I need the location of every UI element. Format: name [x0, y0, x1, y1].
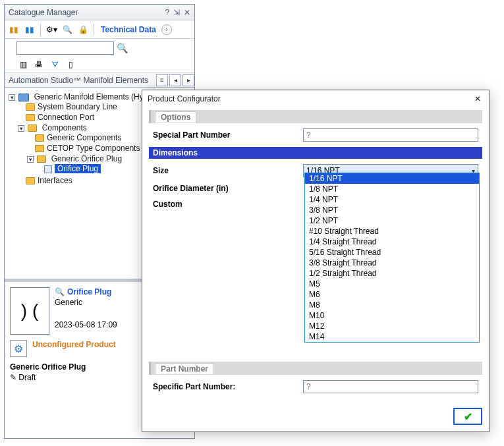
- folder-icon: [18, 94, 29, 101]
- size-option[interactable]: M10: [305, 310, 479, 321]
- size-option[interactable]: 1/8 NPT: [305, 184, 479, 194]
- next-tab-icon[interactable]: ▸: [182, 74, 194, 86]
- size-option[interactable]: M5: [305, 279, 479, 289]
- size-option[interactable]: M8: [305, 300, 479, 310]
- list-view-icon[interactable]: ≡: [156, 74, 168, 86]
- size-option[interactable]: 1/4 Straight Thread: [305, 237, 479, 247]
- size-dropdown-list[interactable]: 1/16 NPT1/8 NPT1/4 NPT3/8 NPT1/2 NPT#10 …: [304, 173, 480, 343]
- tree-label: Generic Orifice Plug: [51, 154, 122, 163]
- specific-part-input[interactable]: [303, 380, 478, 393]
- component-icon: [44, 165, 52, 173]
- twist-icon[interactable]: [9, 94, 15, 101]
- catalogue-toolbar-1: ▮▮ ▮▮ ⚙▾ 🔍 🔒 Technical Data ›: [5, 20, 194, 39]
- catalogue-header: Catalogue Manager ? ⇲ ✕: [5, 5, 194, 20]
- folder-icon: [26, 103, 35, 111]
- lock-icon[interactable]: 🔒: [76, 23, 90, 36]
- size-option[interactable]: 5/16 Straight Thread: [305, 247, 479, 258]
- tree-label: Connection Port: [38, 113, 94, 122]
- catalogue-title: Catalogue Manager: [9, 8, 78, 17]
- search-input[interactable]: [16, 42, 114, 55]
- tree-label: Interfaces: [38, 176, 72, 185]
- size-option[interactable]: 1/16 NPT: [305, 173, 479, 184]
- search-icon[interactable]: 🔍: [61, 23, 74, 36]
- label-special-part: Special Part Number: [153, 130, 298, 140]
- close-icon[interactable]: ✕: [472, 93, 484, 105]
- toolbar2-btn-1[interactable]: ▥: [16, 58, 30, 71]
- size-option[interactable]: M12: [305, 321, 479, 331]
- size-option[interactable]: #10 Straight Thread: [305, 226, 479, 237]
- size-option[interactable]: 1/2 NPT: [305, 215, 479, 226]
- pin-icon[interactable]: ⇲: [173, 8, 180, 17]
- folder-icon: [26, 177, 35, 184]
- preview-date: 2023-05-08 17:09: [55, 320, 117, 329]
- technical-data-link[interactable]: Technical Data: [98, 25, 159, 34]
- search-submit-icon[interactable]: 🔍: [117, 43, 128, 53]
- special-part-input[interactable]: [303, 128, 478, 142]
- unconfigured-label: Unconfigured Product: [32, 340, 116, 349]
- help-icon[interactable]: ?: [165, 8, 169, 17]
- filter-icon[interactable]: ᗊ: [48, 58, 61, 71]
- print-icon[interactable]: 🖶: [32, 58, 45, 71]
- preview-thumbnail: ) (: [10, 287, 49, 335]
- size-option[interactable]: 1/4 NPT: [305, 194, 479, 205]
- twist-icon[interactable]: [18, 125, 24, 132]
- section-header-dimensions: Dimensions: [149, 147, 482, 159]
- toolbar-btn-2[interactable]: ▮▮: [23, 23, 36, 36]
- tree-label: System Boundary Line: [38, 102, 117, 111]
- search-row: 🔍: [5, 39, 194, 57]
- dialog-title: Product Configurator: [148, 94, 221, 103]
- gear-icon[interactable]: ⚙▾: [45, 23, 58, 36]
- size-option[interactable]: 1/2 Straight Thread: [305, 268, 479, 279]
- label-specific-part: Specific Part Number:: [153, 382, 298, 391]
- toolbar2-btn-4[interactable]: ▯: [64, 58, 77, 71]
- tree-tabbar: Automation Studio™ Manifold Elements ≡ ◂…: [5, 73, 194, 88]
- folder-icon: [28, 125, 37, 132]
- toolbar-separator: [40, 24, 41, 36]
- toolbar-separator: [94, 24, 94, 36]
- prev-tab-icon[interactable]: ◂: [169, 74, 181, 86]
- tree-label-selected: Orifice Plug: [55, 164, 101, 173]
- gear-icon[interactable]: ⚙: [10, 340, 27, 357]
- partnumber-tab: Part Number: [155, 363, 214, 374]
- tree-label: Generic Components: [47, 133, 121, 142]
- label-orifice-diameter: Orifice Diameter (in): [153, 184, 298, 193]
- tree-label: CETOP Type Components: [47, 144, 140, 153]
- tree-tab-label[interactable]: Automation Studio™ Manifold Elements: [5, 76, 155, 85]
- tree-label: Components: [42, 123, 87, 132]
- dialog-titlebar[interactable]: Product Configurator ✕: [142, 90, 489, 107]
- twist-icon[interactable]: [27, 156, 34, 163]
- chevron-right-icon[interactable]: ›: [161, 24, 172, 35]
- ok-button[interactable]: ✔: [453, 408, 482, 425]
- catalogue-toolbar-2: ▥ 🖶 ᗊ ▯: [5, 57, 194, 73]
- folder-icon: [37, 155, 46, 163]
- label-custom: Custom: [153, 200, 298, 209]
- toolbar-btn-1[interactable]: ▮▮: [7, 23, 20, 36]
- tree-label: Generic Manifold Elements (Hyd: [34, 92, 148, 101]
- options-tab[interactable]: Options: [155, 111, 196, 123]
- size-option[interactable]: 3/8 NPT: [305, 205, 479, 215]
- folder-icon: [35, 145, 44, 152]
- size-option[interactable]: M6: [305, 289, 479, 300]
- folder-icon: [35, 134, 44, 142]
- draft-label: Draft: [18, 373, 36, 382]
- preview-title: Orifice Plug: [67, 287, 111, 296]
- section-header-options: Options: [149, 110, 482, 123]
- size-option[interactable]: M14: [305, 331, 479, 342]
- folder-icon: [26, 114, 35, 121]
- magnifier-icon[interactable]: 🔍: [55, 287, 65, 296]
- preview-subtitle: Generic: [55, 298, 117, 307]
- size-option[interactable]: 3/8 Straight Thread: [305, 258, 479, 268]
- label-size: Size: [153, 166, 298, 175]
- close-icon[interactable]: ✕: [184, 8, 190, 17]
- section-header-partnumber: Part Number: [149, 362, 482, 375]
